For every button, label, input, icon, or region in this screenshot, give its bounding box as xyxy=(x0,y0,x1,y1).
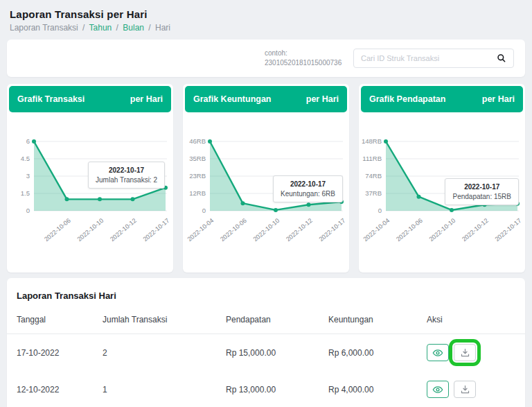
eye-icon xyxy=(432,347,443,358)
tooltip-value: Jumlah Transaksi: 2 xyxy=(96,176,157,184)
svg-text:35RB: 35RB xyxy=(189,155,206,162)
charts-row: Grafik Transaksi per Hari 01.534.562022-… xyxy=(7,84,525,272)
chart-title: Grafik Pendapatan xyxy=(369,94,445,104)
table-row: 12-10-20221Rp 13,000.00Rp 4,000.00 xyxy=(7,371,525,407)
page-title: Laporan Transaksi per Hari xyxy=(10,8,522,20)
svg-text:2022-10-17: 2022-10-17 xyxy=(318,217,347,243)
view-button[interactable] xyxy=(427,344,449,361)
chart-period-badge: per Hari xyxy=(130,94,163,104)
chart-tooltip: 2022-10-17 Keuntungan: 6RB xyxy=(273,175,343,202)
table-header-row: Tanggal Jumlah Transaksi Pendapatan Keun… xyxy=(7,308,525,334)
chart-tooltip: 2022-10-17 Jumlah Transaksi: 2 xyxy=(88,162,165,189)
tooltip-value: Pendapatan: 15RB xyxy=(452,193,511,200)
svg-text:2022-10-06: 2022-10-06 xyxy=(43,217,72,243)
svg-text:2022-10-17: 2022-10-17 xyxy=(494,217,523,243)
search-button[interactable] xyxy=(495,52,508,64)
cell-jumlah-transaksi: 1 xyxy=(103,371,226,407)
svg-text:148RB: 148RB xyxy=(362,137,382,145)
breadcrumb: Laporan Transaksi / Tahun / Bulan / Hari xyxy=(10,23,522,33)
tooltip-date: 2022-10-17 xyxy=(452,183,511,191)
eye-icon xyxy=(432,384,443,395)
svg-text:74RB: 74RB xyxy=(365,172,382,180)
chart-header: Grafik Keuntungan per Hari xyxy=(185,86,347,112)
chart-tooltip: 2022-10-17 Pendapatan: 15RB xyxy=(445,178,519,205)
svg-text:2022-10-12: 2022-10-12 xyxy=(461,217,490,243)
cell-tanggal: 12-10-2022 xyxy=(7,371,103,407)
cell-jumlah-transaksi: 2 xyxy=(103,334,226,372)
search-input[interactable] xyxy=(361,54,495,62)
report-table: Tanggal Jumlah Transaksi Pendapatan Keun… xyxy=(7,308,525,407)
col-jumlah-transaksi: Jumlah Transaksi xyxy=(103,308,226,334)
chart-card-pendapatan: Grafik Pendapatan per Hari 037RB74RB111R… xyxy=(359,84,525,272)
cell-aksi xyxy=(427,334,525,372)
report-table-card: Laporan Transaksi Hari Tanggal Jumlah Tr… xyxy=(7,278,525,407)
chart-card-transaksi: Grafik Transaksi per Hari 01.534.562022-… xyxy=(7,84,173,272)
svg-text:2022-10-04: 2022-10-04 xyxy=(362,217,391,243)
breadcrumb-item-laporan: Laporan Transaksi xyxy=(10,23,78,33)
page-header: Laporan Transaksi per Hari Laporan Trans… xyxy=(7,8,525,33)
svg-text:2022-10-12: 2022-10-12 xyxy=(285,217,314,243)
svg-text:46RB: 46RB xyxy=(189,137,206,145)
chart-header: Grafik Transaksi per Hari xyxy=(9,86,171,112)
svg-text:4.5: 4.5 xyxy=(21,155,30,162)
search-example: contoh: 23010520181015000736 xyxy=(265,49,346,68)
col-pendapatan: Pendapatan xyxy=(226,308,328,334)
col-tanggal: Tanggal xyxy=(7,308,103,334)
transaksi-line-chart: 01.534.562022-10-062022-10-102022-10-122… xyxy=(12,130,168,263)
row-actions xyxy=(427,344,525,361)
search-card: contoh: 23010520181015000736 xyxy=(7,40,525,77)
svg-text:2022-10-10: 2022-10-10 xyxy=(76,217,105,243)
cell-keuntungan: Rp 4,000.00 xyxy=(328,371,427,407)
breadcrumb-separator: / xyxy=(148,23,150,33)
svg-text:12RB: 12RB xyxy=(189,189,206,197)
download-button[interactable] xyxy=(454,381,476,398)
svg-text:0: 0 xyxy=(378,207,382,214)
cell-aksi xyxy=(427,371,525,407)
download-icon xyxy=(460,347,470,358)
download-icon xyxy=(460,384,470,395)
col-keuntungan: Keuntungan xyxy=(328,308,427,334)
download-button-highlighted[interactable] xyxy=(454,344,476,361)
chart-title: Grafik Transaksi xyxy=(17,94,85,104)
breadcrumb-separator: / xyxy=(116,23,118,33)
table-title: Laporan Transaksi Hari xyxy=(7,291,525,301)
svg-text:2022-10-06: 2022-10-06 xyxy=(395,217,424,243)
row-actions xyxy=(427,381,525,398)
search-input-group xyxy=(353,49,514,68)
view-button[interactable] xyxy=(427,381,449,398)
cell-tanggal: 17-10-2022 xyxy=(7,334,103,372)
cell-pendapatan: Rp 15,000.00 xyxy=(226,334,328,372)
chart-title: Grafik Keuntungan xyxy=(193,94,272,104)
svg-text:2022-10-17: 2022-10-17 xyxy=(142,217,171,243)
svg-text:6: 6 xyxy=(26,137,30,145)
tooltip-value: Keuntungan: 6RB xyxy=(281,190,335,198)
table-row: 17-10-20222Rp 15,000.00Rp 6,000.00 xyxy=(7,334,525,372)
magnifier-icon xyxy=(497,53,506,63)
col-aksi: Aksi xyxy=(427,308,525,334)
page: Laporan Transaksi per Hari Laporan Trans… xyxy=(0,0,532,407)
svg-text:3: 3 xyxy=(26,172,30,180)
chart-period-badge: per Hari xyxy=(482,94,515,104)
tooltip-date: 2022-10-17 xyxy=(96,166,157,174)
tooltip-date: 2022-10-17 xyxy=(281,180,335,188)
svg-text:0: 0 xyxy=(202,207,206,214)
svg-text:111RB: 111RB xyxy=(362,155,382,162)
svg-text:2022-10-12: 2022-10-12 xyxy=(109,217,138,243)
svg-text:1.5: 1.5 xyxy=(21,189,30,197)
table-body: 17-10-20222Rp 15,000.00Rp 6,000.0012-10-… xyxy=(7,334,525,407)
breadcrumb-separator: / xyxy=(82,23,85,33)
search-example-label: contoh: xyxy=(265,49,346,58)
chart-period-badge: per Hari xyxy=(306,94,339,104)
svg-text:37RB: 37RB xyxy=(365,189,382,197)
search-example-value: 23010520181015000736 xyxy=(265,58,346,68)
cell-pendapatan: Rp 13,000.00 xyxy=(226,371,328,407)
svg-text:23RB: 23RB xyxy=(189,172,206,180)
breadcrumb-link-tahun[interactable]: Tahun xyxy=(89,23,112,33)
svg-text:2022-10-04: 2022-10-04 xyxy=(186,217,215,243)
svg-text:0: 0 xyxy=(26,207,30,214)
chart-header: Grafik Pendapatan per Hari xyxy=(361,86,523,112)
breadcrumb-item-hari: Hari xyxy=(155,23,170,33)
breadcrumb-link-bulan[interactable]: Bulan xyxy=(123,23,144,33)
svg-text:2022-10-10: 2022-10-10 xyxy=(428,217,457,243)
svg-text:2022-10-10: 2022-10-10 xyxy=(252,217,281,243)
